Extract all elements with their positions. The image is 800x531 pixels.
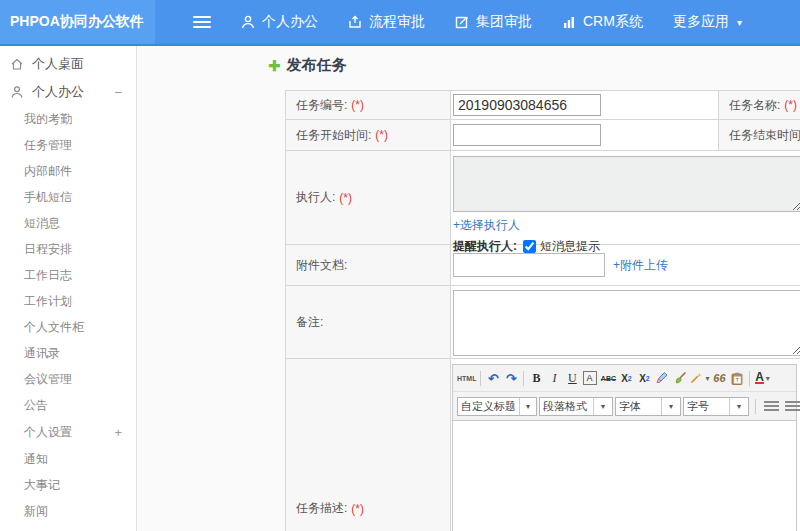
export-icon [348, 15, 362, 29]
italic-button[interactable]: I [546, 369, 562, 387]
nav-crm-system[interactable]: CRM系统 [562, 13, 643, 31]
caret-down-icon: ▾ [519, 398, 536, 415]
remark-textarea[interactable] [453, 290, 800, 356]
attachment-upload-link[interactable]: +附件上传 [613, 257, 668, 274]
font-family-select[interactable]: 字体▾ [615, 397, 681, 416]
description-cell: HTML ↶ ↷ B I U A ABC X2 X2 [451, 359, 800, 531]
caret-down-icon: ▾ [705, 374, 709, 383]
caret-down-icon: ▾ [593, 398, 612, 415]
task-no-input[interactable] [453, 94, 601, 116]
nav-more-apps[interactable]: 更多应用 ▾ [673, 13, 742, 31]
brush-icon [674, 372, 687, 384]
caret-down-icon: ▾ [661, 398, 680, 415]
paragraph-format-select[interactable]: 段落格式▾ [539, 397, 613, 416]
redo-button[interactable]: ↷ [503, 369, 519, 387]
sidebar-item-task-management[interactable]: 任务管理 [0, 132, 136, 158]
app-logo[interactable]: PHPOA协同办公软件 [0, 0, 155, 44]
attachment-cell: +附件上传 [451, 245, 800, 286]
superscript-button[interactable]: X2 [618, 369, 634, 387]
sidebar-item-memorabilia[interactable]: 大事记 [0, 472, 136, 498]
sidebar-item-contacts[interactable]: 通讯录 [0, 340, 136, 366]
sidebar-item-work-plan[interactable]: 工作计划 [0, 288, 136, 314]
format-brush-button[interactable] [672, 369, 688, 387]
end-time-label: 任务结束时间:(*) [719, 120, 800, 151]
underline-button[interactable]: U [564, 369, 580, 387]
caret-down-icon: ▾ [766, 374, 770, 383]
plus-icon: ✚ [268, 57, 281, 75]
nav-label: 更多应用 [673, 13, 729, 31]
executor-textarea[interactable] [453, 156, 800, 212]
sidebar-item-announcement[interactable]: 公告 [0, 392, 136, 418]
char-border-button[interactable]: A [583, 371, 597, 385]
collapse-icon[interactable]: − [114, 85, 122, 100]
sidebar-item-schedule[interactable]: 日程安排 [0, 236, 136, 262]
editor-toolbar-row2: 自定义标题▾ 段落格式▾ 字体▾ 字号▾ [453, 392, 796, 421]
sidebar-item-personal-office[interactable]: 个人办公 − [0, 78, 136, 106]
align-center-icon[interactable] [785, 401, 800, 412]
nav-label: 流程审批 [369, 13, 425, 31]
strikethrough-button[interactable]: ABC [600, 369, 616, 387]
remove-format-button[interactable] [654, 369, 670, 387]
sidebar-item-file-cabinet[interactable]: 个人文件柜 [0, 314, 136, 340]
undo-button[interactable]: ↶ [485, 369, 501, 387]
executor-cell: +选择执行人 提醒执行人: 短消息提示 [451, 151, 800, 245]
choose-executor-link[interactable]: +选择执行人 [453, 218, 520, 232]
start-time-label: 任务开始时间:(*) [286, 120, 451, 151]
sidebar-item-my-attendance[interactable]: 我的考勤 [0, 106, 136, 132]
custom-title-select[interactable]: 自定义标题▾ [457, 397, 537, 416]
font-color-button[interactable]: A ▾ [754, 369, 770, 387]
task-name-label: 任务名称:(*) [719, 91, 800, 120]
main-content: ✚ 发布任务 任务编号:(*) 任务名称:(*) 任务开始时间:(*) 任务结束… [138, 46, 800, 531]
sidebar-item-work-log[interactable]: 工作日志 [0, 262, 136, 288]
blockquote-button[interactable]: 66 [711, 369, 727, 387]
sidebar-item-personal-desktop[interactable]: 个人桌面 [0, 50, 136, 78]
sidebar-item-news[interactable]: 新闻 [0, 498, 136, 524]
edit-square-icon [455, 15, 469, 29]
editor-content-area[interactable] [453, 421, 796, 531]
bold-button[interactable]: B [528, 369, 544, 387]
top-header: PHPOA协同办公软件 个人办公 流程审批 集团审批 CRM系统 更多应用 ▾ [0, 0, 800, 46]
sidebar-item-personal-settings[interactable]: 个人设置 + [0, 418, 136, 446]
remark-cell [451, 286, 800, 359]
clipboard-icon: T [731, 372, 743, 385]
paste-button[interactable]: T [729, 369, 745, 387]
caret-down-icon: ▾ [737, 17, 742, 28]
nav-personal-office[interactable]: 个人办公 [241, 13, 318, 31]
home-icon [10, 57, 24, 71]
expand-icon[interactable]: + [114, 425, 122, 440]
html-source-button[interactable]: HTML [457, 369, 476, 387]
sidebar-item-internal-mail[interactable]: 内部邮件 [0, 158, 136, 184]
nav-group-approval[interactable]: 集团审批 [455, 13, 532, 31]
task-no-label: 任务编号:(*) [286, 91, 451, 120]
editor-toolbar-row1: HTML ↶ ↷ B I U A ABC X2 X2 [453, 365, 796, 392]
user-icon [10, 85, 24, 99]
nav-label: 集团审批 [476, 13, 532, 31]
sidebar: 个人桌面 个人办公 − 我的考勤 任务管理 内部邮件 手机短信 短消息 日程安排… [0, 46, 137, 531]
sidebar-item-meeting-management[interactable]: 会议管理 [0, 366, 136, 392]
subscript-button[interactable]: X2 [636, 369, 652, 387]
nav-label: CRM系统 [583, 13, 643, 31]
user-icon [241, 15, 255, 29]
sidebar-item-short-message[interactable]: 短消息 [0, 210, 136, 236]
magic-wand-icon [690, 372, 703, 384]
description-label: 任务描述:(*) [286, 359, 451, 531]
start-time-input[interactable] [453, 124, 601, 146]
nav-label: 个人办公 [262, 13, 318, 31]
publish-task-form: 任务编号:(*) 任务名称:(*) 任务开始时间:(*) 任务结束时间:(*) … [285, 90, 800, 531]
eraser-icon [656, 372, 669, 384]
attachment-input[interactable] [453, 253, 605, 277]
page-title: ✚ 发布任务 [268, 56, 347, 75]
executor-label: 执行人:(*) [286, 151, 451, 245]
nav-workflow-approval[interactable]: 流程审批 [348, 13, 425, 31]
attachment-label: 附件文档: [286, 245, 451, 286]
rich-text-editor: HTML ↶ ↷ B I U A ABC X2 X2 [452, 364, 797, 531]
align-left-icon[interactable] [764, 401, 779, 412]
font-size-select[interactable]: 字号▾ [683, 397, 749, 416]
sidebar-item-mobile-sms[interactable]: 手机短信 [0, 184, 136, 210]
remark-label: 备注: [286, 286, 451, 359]
sidebar-item-notification[interactable]: 通知 [0, 446, 136, 472]
hamburger-menu-icon[interactable] [193, 16, 211, 28]
bar-chart-icon [562, 15, 576, 29]
caret-down-icon: ▾ [729, 398, 748, 415]
quick-format-button[interactable]: ▾ [690, 369, 709, 387]
